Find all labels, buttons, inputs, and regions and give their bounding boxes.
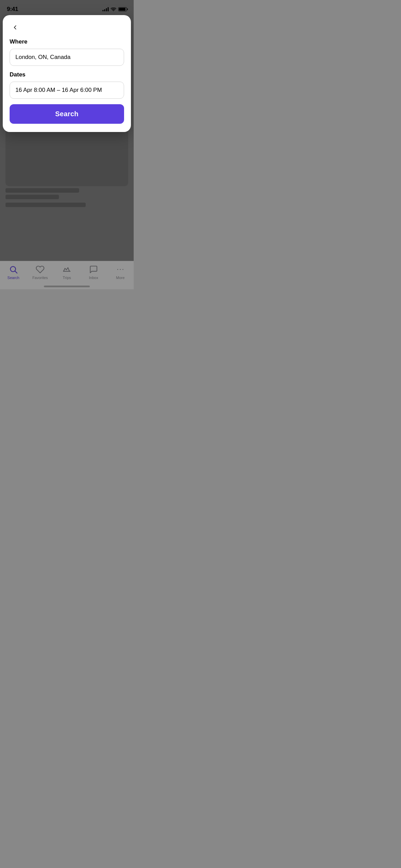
search-modal: Where Dates Search	[3, 15, 131, 132]
dates-input[interactable]	[10, 82, 124, 99]
search-button[interactable]: Search	[10, 104, 124, 124]
back-arrow-icon	[12, 24, 19, 31]
where-input[interactable]	[10, 49, 124, 66]
dates-label: Dates	[10, 71, 124, 78]
where-label: Where	[10, 38, 124, 45]
back-button[interactable]	[10, 22, 21, 33]
